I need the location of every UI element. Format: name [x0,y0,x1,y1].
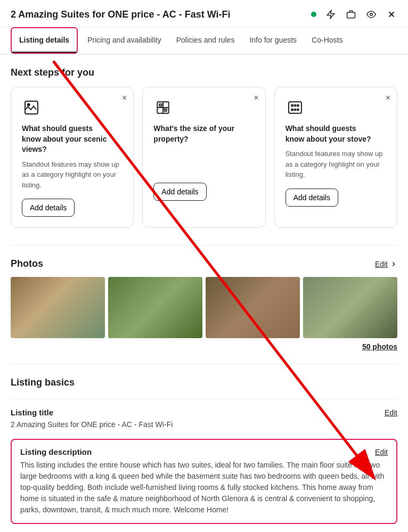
tab-policies-rules[interactable]: Policies and rules [169,28,242,53]
svg-rect-10 [165,109,167,111]
listing-title-edit-link[interactable]: Edit [385,408,397,417]
next-steps-cards: × What should guests know about your sce… [11,87,397,228]
card-2-desc [153,149,254,174]
photos-row [11,277,397,338]
svg-point-13 [297,104,298,106]
card-2-title: What's the size of your property? [153,124,254,144]
header: 2 Amazing Suites for ONE price - AC - Fa… [0,0,408,27]
tab-listing-details-wrapper: Listing details [11,27,78,54]
listing-title-value: 2 Amazing Suites for ONE price - AC - Fa… [11,419,397,430]
stove-icon [285,98,305,117]
photos-title: Photos [11,258,43,269]
card-3-add-details-button[interactable]: Add details [285,189,338,207]
svg-point-16 [294,105,296,107]
card-1-add-details-button[interactable]: Add details [22,199,75,217]
listing-description-row-header: Listing description Edit [20,447,388,456]
header-icons [311,9,397,20]
card-1-title: What should guests know about your sceni… [22,124,123,155]
page-title: 2 Amazing Suites for ONE price - AC - Fa… [11,9,231,20]
eye-icon[interactable] [365,9,377,20]
svg-point-7 [28,104,30,106]
landscape-icon [22,98,41,117]
card-1-desc: Standout features may show up as a categ… [22,159,123,191]
tag-icon[interactable] [345,9,357,20]
photo-thumb-4[interactable] [303,277,397,338]
listing-basics-title: Listing basics [11,377,397,388]
listing-title-label: Listing title [11,408,53,417]
card-3-desc: Standout features may show up as a categ… [285,149,386,180]
close-icon[interactable] [386,9,397,20]
listing-title-row: Listing title Edit 2 Amazing Suites for … [11,399,397,439]
tab-co-hosts[interactable]: Co-Hosts [304,28,350,53]
photos-count[interactable]: 50 photos [11,342,397,351]
listing-description-label: Listing description [20,447,92,456]
tab-info-guests[interactable]: Info for guests [242,28,304,53]
svg-point-15 [297,109,298,110]
divider-2 [11,364,397,364]
card-property-size: × What's the size of your property? Add … [142,87,265,228]
photos-edit-link[interactable]: Edit [375,260,397,268]
lightning-icon[interactable] [325,9,337,20]
listing-title-row-header: Listing title Edit [11,408,397,417]
photos-edit-label: Edit [375,260,388,268]
status-dot-icon [311,12,316,17]
svg-rect-11 [289,102,301,113]
svg-point-3 [370,13,373,16]
card-close-button-1[interactable]: × [122,94,127,102]
card-close-button-2[interactable]: × [254,94,258,102]
photos-section-header: Photos Edit [11,258,397,269]
tab-listing-details[interactable]: Listing details [12,28,77,53]
listing-description-edit-link[interactable]: Edit [375,448,388,456]
photo-thumb-3[interactable] [206,277,300,338]
svg-point-12 [291,104,293,106]
chevron-right-icon [390,260,397,268]
divider-1 [11,245,397,245]
photo-thumb-2[interactable] [108,277,202,338]
tabs-bar: Listing details Pricing and availability… [0,27,408,54]
main-content: Next steps for you × What should guests … [0,54,408,532]
card-stove: × What should guests know about your sto… [274,87,397,228]
listing-description-row: Listing description Edit This listing in… [11,439,397,524]
svg-rect-2 [347,12,355,18]
next-steps-title: Next steps for you [11,67,397,78]
svg-rect-9 [160,104,162,106]
card-2-add-details-button[interactable]: Add details [153,183,206,201]
svg-point-17 [294,109,296,111]
listing-description-value: This listing includes the entire house w… [20,460,388,515]
building-icon [153,98,173,117]
tab-pricing-availability[interactable]: Pricing and availability [80,28,169,53]
svg-point-14 [291,109,293,110]
card-close-button-3[interactable]: × [386,94,390,102]
card-3-title: What should guests know about your stove… [285,124,386,144]
photo-thumb-1[interactable] [11,277,105,338]
card-scenic-views: × What should guests know about your sce… [11,87,134,228]
